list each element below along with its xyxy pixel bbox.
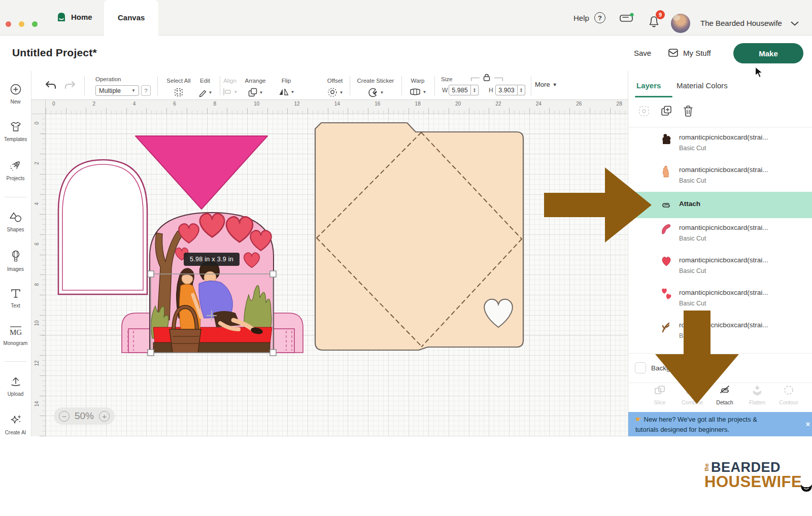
trash-icon[interactable] [682,105,694,118]
sidebar-item-monogram[interactable]: MG Monogram [0,325,31,346]
layer-thumb-heart-icon [661,255,672,268]
selection-handle[interactable] [270,350,276,356]
arrange-icon [248,87,258,97]
create-sticker-button[interactable]: Create Sticker ▼ [348,76,403,98]
sidebar-item-new[interactable]: New [0,83,31,105]
shape-triangle[interactable] [136,136,267,209]
layer-type: Basic Cut [679,177,706,184]
sidebar-item-templates[interactable]: Templates [0,121,31,142]
sidebar-label: Create AI [0,430,31,435]
align-icon [222,87,232,96]
width-stepper[interactable]: ▲▼ [471,85,479,95]
height-stepper[interactable]: ▲▼ [518,85,525,95]
offset-button[interactable]: Offset ▼ [321,76,349,97]
flip-button[interactable]: Flip ▼ [274,76,298,96]
make-button-label: Make [759,49,778,58]
duplicate-icon[interactable] [660,105,673,118]
selection-handle[interactable] [148,350,154,356]
toolbar-divider [434,76,435,95]
save-button[interactable]: Save [634,49,651,57]
arrange-button[interactable]: Arrange ▼ [239,76,272,97]
layer-row[interactable]: romanticpicnicboxcard(strai... Basic Cut [628,316,812,348]
background-checkbox[interactable] [635,362,646,373]
avatar[interactable] [671,14,690,33]
layer-name: romanticpicnicboxcard(strai... [679,133,768,141]
shape-envelope[interactable] [315,123,523,350]
toolbar-divider [157,76,158,95]
height-input[interactable]: 3.903 [495,85,518,95]
help-menu[interactable]: Help ? [573,12,605,23]
width-value: 5.985 [452,87,467,94]
panel-divider [628,353,812,354]
shape-picnic-card[interactable] [122,213,303,353]
layer-type: Basic Cut [679,235,706,242]
layer-name: romanticpicnicboxcard(strai... [679,166,768,174]
tab-canvas[interactable]: Canvas [104,0,158,36]
layer-row[interactable]: romanticpicnicboxcard(strai... Basic Cut [628,283,812,316]
tab-material-colors[interactable]: Material Colors [676,81,728,90]
zoom-out-button[interactable]: − [59,411,70,422]
layer-type: Basic Cut [679,332,706,339]
sidebar-item-text[interactable]: Text [0,287,31,308]
traffic-light-close[interactable] [6,21,11,27]
action-label: Contour [774,399,803,405]
sidebar-item-projects[interactable]: Projects [0,159,31,181]
tab-home[interactable]: Home [56,11,92,22]
warp-button[interactable]: Warp ▼ [403,76,432,96]
action-label: Combine [678,399,706,405]
sidebar-item-images[interactable]: Images [0,250,31,272]
action-label: Detach [710,399,739,405]
sidebar-item-shapes[interactable]: Shapes [0,211,31,232]
action-detach[interactable]: Detach [710,385,739,405]
notification-badge: 9 [656,10,665,19]
layer-row[interactable]: romanticpicnicboxcard(strai... Basic Cut [628,251,812,283]
layer-thumb-swoosh-icon [661,222,672,235]
edit-button[interactable]: Edit ▼ [193,76,217,97]
layer-row[interactable]: romanticpicnicboxcard(strai... Basic Cut [628,128,812,160]
selection-handle[interactable] [148,271,154,277]
zoom-level: 50% [75,410,94,422]
traffic-light-maximize[interactable] [32,21,38,27]
tab-layers[interactable]: Layers [636,81,661,90]
toolbar-divider [84,76,85,95]
bearded-housewife-logo: the BEARDED HOUSEWIFE [704,461,812,490]
banner-close-icon[interactable]: × [804,420,811,428]
templates-shirt-icon [9,121,22,133]
select-all-button[interactable]: Select All [163,76,194,97]
size-lock-icon[interactable] [483,73,491,82]
account-chevron-down-icon[interactable] [791,21,799,26]
sidebar-item-upload[interactable]: Upload [0,375,31,397]
sidebar-label: Shapes [0,227,31,232]
chevron-down-icon: ▼ [131,88,136,93]
chevron-down-icon: ▼ [259,90,263,95]
shape-arch-card[interactable] [58,160,147,294]
help-label: Help [573,14,589,22]
background-label: Background [651,364,688,372]
operation-help-button[interactable]: ? [141,85,151,96]
width-input[interactable]: 5.985 [449,85,471,95]
sidebar-item-create-ai[interactable]: Create AI [0,414,31,435]
layer-row[interactable]: romanticpicnicboxcard(strai... Basic Cut [628,160,812,193]
flip-icon [278,87,289,96]
zoom-in-button[interactable]: + [99,411,110,422]
account-name[interactable]: The Bearded Housewife [700,19,782,27]
operation-select[interactable]: Multiple ▼ [95,85,139,96]
flatten-icon [751,385,763,396]
banner-text-line2: tutorials designed for beginners. [635,426,729,433]
more-button[interactable]: More ▼ [535,81,557,88]
background-row: Background [628,358,812,381]
my-stuff-button[interactable]: My Stuff [668,45,711,61]
layer-group-attach[interactable]: Attach [628,192,812,218]
selection-handle[interactable] [270,271,276,277]
undo-icon[interactable] [45,80,57,90]
banner-text-line1: ☛New here? We've got all the projects & [635,415,757,423]
traffic-light-minimize[interactable] [19,21,24,27]
layer-row[interactable]: romanticpicnicboxcard(strai... Basic Cut [628,218,812,251]
sidebar-label: Projects [0,176,31,181]
detach-icon [718,385,731,396]
canvas-area[interactable]: 0246810121416182022242628 02468101214 [31,100,628,436]
redo-icon[interactable] [64,80,76,90]
machine-status-icon[interactable] [619,12,634,23]
toolbar-divider [401,76,402,95]
make-button[interactable]: Make [733,43,803,63]
